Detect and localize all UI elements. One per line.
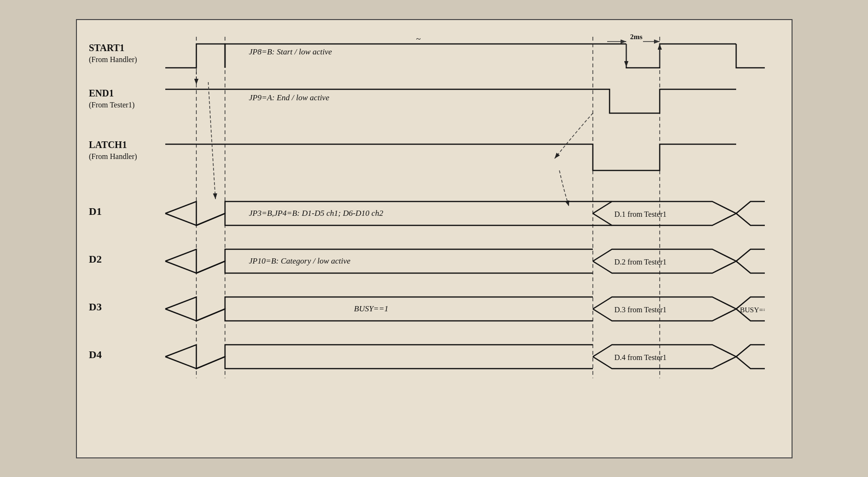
annotation-start1: JP8=B: Start / low active — [249, 47, 332, 56]
wave-d4-start-top — [165, 345, 593, 369]
wave-d4-after-bot — [736, 357, 765, 369]
label-start1: START1 — [89, 42, 125, 53]
result-d1: D.1 from Tester1 — [614, 210, 666, 218]
wave-start1-end — [736, 44, 765, 68]
timing-2ms-label: 2ms — [630, 33, 643, 41]
result-d3: D.3 from Tester1 — [614, 306, 666, 314]
label-start1-sub: (From Handler) — [89, 55, 137, 64]
wave-d1-after-top — [736, 201, 765, 213]
dashed-arrow-start1-d1 — [208, 82, 215, 199]
wave-start1-pulse — [626, 44, 736, 68]
wave-d4-start-bot — [165, 357, 593, 369]
wave-latch1 — [165, 144, 736, 170]
wave-d4-after-top — [736, 345, 765, 357]
wave-d1-after-bot — [736, 213, 765, 225]
label-end1-sub: (From Tester1) — [89, 101, 135, 109]
result-d4: D.4 from Tester1 — [614, 353, 666, 361]
busy-end-label: BUSY==0 — [740, 306, 765, 314]
wave-d2-after-bot — [736, 261, 765, 273]
result-d2: D.2 from Tester1 — [614, 258, 666, 266]
annotation-end1: JP9=A: End / low active — [249, 93, 330, 102]
wave-start1-pre — [165, 44, 225, 68]
label-d2: D2 — [89, 253, 102, 265]
annotation-d3: BUSY==1 — [354, 304, 388, 313]
label-latch1-sub: (From Handler) — [89, 152, 137, 161]
label-d3: D3 — [89, 301, 102, 313]
wave-d2-after-top — [736, 249, 765, 261]
timing-diagram-svg: START1 (From Handler) END1 (From Tester1… — [86, 30, 765, 450]
label-latch1: LATCH1 — [89, 139, 127, 150]
label-d1: D1 — [89, 205, 102, 217]
timing-diagram: START1 (From Handler) END1 (From Tester1… — [76, 19, 793, 458]
label-d4: D4 — [89, 349, 102, 360]
label-end1: END1 — [89, 88, 114, 98]
annotation-d1: JP3=B,JP4=B: D1-D5 ch1; D6-D10 ch2 — [249, 209, 384, 218]
annotation-d2: JP10=B: Category / low active — [249, 256, 351, 265]
wave-d2-start-bot — [165, 261, 593, 273]
dashed-arrow-end1-latch1 — [555, 113, 593, 159]
wave-d2-start-top — [165, 249, 593, 273]
tilde-start1: ~ — [416, 34, 421, 44]
